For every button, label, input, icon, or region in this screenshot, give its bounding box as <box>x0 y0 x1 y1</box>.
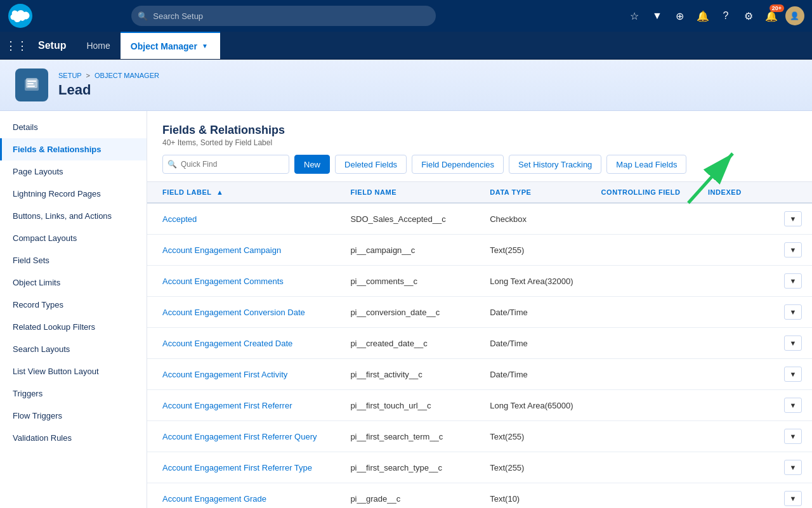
cell-action: ▼ <box>774 297 812 328</box>
sidebar-item-search-layouts[interactable]: Search Layouts <box>0 338 147 360</box>
cell-action: ▼ <box>774 203 812 235</box>
quick-find-wrap: 🔍 <box>162 155 289 174</box>
page-title: Lead <box>58 82 159 98</box>
sidebar-item-related-lookup-filters[interactable]: Related Lookup Filters <box>0 316 147 338</box>
field-label-link[interactable]: Account Engagement First Referrer Type <box>162 463 312 472</box>
sidebar-item-details-label: Details <box>13 122 38 132</box>
tab-home[interactable]: Home <box>76 32 120 59</box>
field-label-link[interactable]: Account Engagement Grade <box>162 494 266 504</box>
sidebar-item-triggers-label: Triggers <box>13 389 43 398</box>
top-nav: 🔍 ☆ ▼ ⊕ 🔔 ? ⚙ 🔔 20+ 👤 <box>0 0 812 32</box>
cell-field-label: Account Engagement Created Date <box>147 328 340 359</box>
field-dependencies-button[interactable]: Field Dependencies <box>412 155 504 174</box>
sidebar-item-field-sets[interactable]: Field Sets <box>0 249 147 271</box>
breadcrumb-sep1: > <box>86 72 90 79</box>
field-label-link[interactable]: Account Engagement First Referrer <box>162 401 292 410</box>
cell-indexed <box>698 359 774 390</box>
svg-rect-3 <box>27 81 36 82</box>
new-button[interactable]: New <box>294 155 330 174</box>
cell-action: ▼ <box>774 266 812 297</box>
sidebar-item-page-layouts[interactable]: Page Layouts <box>0 160 147 183</box>
col-controlling-field[interactable]: CONTROLLING FIELD <box>591 182 698 203</box>
search-icon: 🔍 <box>138 11 148 21</box>
row-action-button[interactable]: ▼ <box>784 398 802 413</box>
cell-indexed <box>698 421 774 452</box>
notification-badge[interactable]: 🔔 20+ <box>763 7 780 25</box>
cell-controlling-field <box>591 328 698 359</box>
col-field-label[interactable]: FIELD LABEL ▲ <box>147 182 340 203</box>
cell-action: ▼ <box>774 390 812 421</box>
dropdown-icon[interactable]: ▼ <box>648 7 666 25</box>
sidebar: Details Fields & Relationships Page Layo… <box>0 111 147 508</box>
sidebar-item-lightning-record-pages-label: Lightning Record Pages <box>13 189 101 199</box>
sidebar-item-fields-relationships[interactable]: Fields & Relationships <box>0 138 147 160</box>
col-indexed[interactable]: INDEXED <box>698 182 774 203</box>
cell-data-type: Text(255) <box>480 452 591 483</box>
add-icon[interactable]: ⊕ <box>671 7 689 25</box>
row-action-button[interactable]: ▼ <box>784 273 802 289</box>
user-avatar[interactable]: 👤 <box>785 6 804 25</box>
cell-action: ▼ <box>774 328 812 359</box>
row-action-button[interactable]: ▼ <box>784 304 802 320</box>
deleted-fields-button[interactable]: Deleted Fields <box>335 155 407 174</box>
sidebar-item-validation-rules[interactable]: Validation Rules <box>0 427 147 449</box>
col-field-name[interactable]: FIELD NAME <box>340 182 480 203</box>
quick-find-input[interactable] <box>162 155 289 174</box>
cell-action: ▼ <box>774 483 812 509</box>
cell-indexed <box>698 452 774 483</box>
field-label-link[interactable]: Accepted <box>162 214 197 224</box>
search-input[interactable] <box>131 6 436 26</box>
cell-controlling-field <box>591 359 698 390</box>
notification-icon-wrap[interactable]: 🔔 <box>694 7 712 25</box>
row-action-button[interactable]: ▼ <box>784 335 802 351</box>
fields-table: FIELD LABEL ▲ FIELD NAME DATA TYPE CONTR… <box>147 182 812 508</box>
sidebar-item-list-view-label: List View Button Layout <box>13 367 99 376</box>
sidebar-item-related-lookup-label: Related Lookup Filters <box>13 322 95 332</box>
help-icon[interactable]: ? <box>717 7 735 25</box>
field-label-link[interactable]: Account Engagement First Referrer Query <box>162 432 317 441</box>
svg-rect-5 <box>27 86 35 87</box>
field-label-link[interactable]: Account Engagement First Activity <box>162 370 287 379</box>
field-label-link[interactable]: Account Engagement Conversion Date <box>162 308 305 317</box>
row-action-button[interactable]: ▼ <box>784 460 802 475</box>
sidebar-item-compact-layouts[interactable]: Compact Layouts <box>0 227 147 249</box>
cell-controlling-field <box>591 452 698 483</box>
row-action-button[interactable]: ▼ <box>784 491 802 506</box>
field-label-link[interactable]: Account Engagement Created Date <box>162 339 292 348</box>
cell-field-name: pi__grade__c <box>340 483 480 509</box>
cell-data-type: Date/Time <box>480 328 591 359</box>
sidebar-item-flow-triggers-label: Flow Triggers <box>13 411 62 420</box>
sidebar-item-list-view-button-layout[interactable]: List View Button Layout <box>0 360 147 382</box>
map-lead-fields-button[interactable]: Map Lead Fields <box>606 155 686 174</box>
nav-right: ☆ ▼ ⊕ 🔔 ? ⚙ 🔔 20+ 👤 <box>625 6 804 25</box>
sidebar-item-object-limits[interactable]: Object Limits <box>0 271 147 294</box>
table-row: Account Engagement First Referrer pi__fi… <box>147 390 812 421</box>
sidebar-item-flow-triggers[interactable]: Flow Triggers <box>0 405 147 427</box>
breadcrumb-path: SETUP > OBJECT MANAGER <box>58 72 159 79</box>
cell-controlling-field <box>591 483 698 509</box>
sidebar-item-triggers[interactable]: Triggers <box>0 382 147 405</box>
sidebar-item-buttons-links-actions[interactable]: Buttons, Links, and Actions <box>0 205 147 227</box>
row-action-button[interactable]: ▼ <box>784 429 802 444</box>
sidebar-item-details[interactable]: Details <box>0 116 147 138</box>
chevron-down-icon: ▼ <box>200 41 210 51</box>
breadcrumb-object-manager-link[interactable]: OBJECT MANAGER <box>95 72 159 79</box>
breadcrumb-setup-link[interactable]: SETUP <box>58 72 81 79</box>
set-history-tracking-button[interactable]: Set History Tracking <box>509 155 601 174</box>
field-label-link[interactable]: Account Engagement Campaign <box>162 245 281 255</box>
settings-icon[interactable]: ⚙ <box>740 7 757 25</box>
row-action-button[interactable]: ▼ <box>784 211 802 226</box>
field-label-link[interactable]: Account Engagement Comments <box>162 277 284 286</box>
main-content: Fields & Relationships 40+ Items, Sorted… <box>147 111 812 508</box>
sidebar-item-record-types[interactable]: Record Types <box>0 294 147 316</box>
tab-object-manager[interactable]: Object Manager ▼ <box>121 32 220 59</box>
sidebar-item-validation-rules-label: Validation Rules <box>13 433 72 443</box>
grid-menu-icon[interactable]: ⋮⋮ <box>5 32 28 59</box>
col-data-type[interactable]: DATA TYPE <box>480 182 591 203</box>
favorite-icon[interactable]: ☆ <box>625 7 643 25</box>
tab-object-manager-label: Object Manager <box>131 41 197 51</box>
row-action-button[interactable]: ▼ <box>784 367 802 382</box>
row-action-button[interactable]: ▼ <box>784 242 802 257</box>
sidebar-item-lightning-record-pages[interactable]: Lightning Record Pages <box>0 183 147 205</box>
salesforce-logo[interactable] <box>8 3 33 29</box>
